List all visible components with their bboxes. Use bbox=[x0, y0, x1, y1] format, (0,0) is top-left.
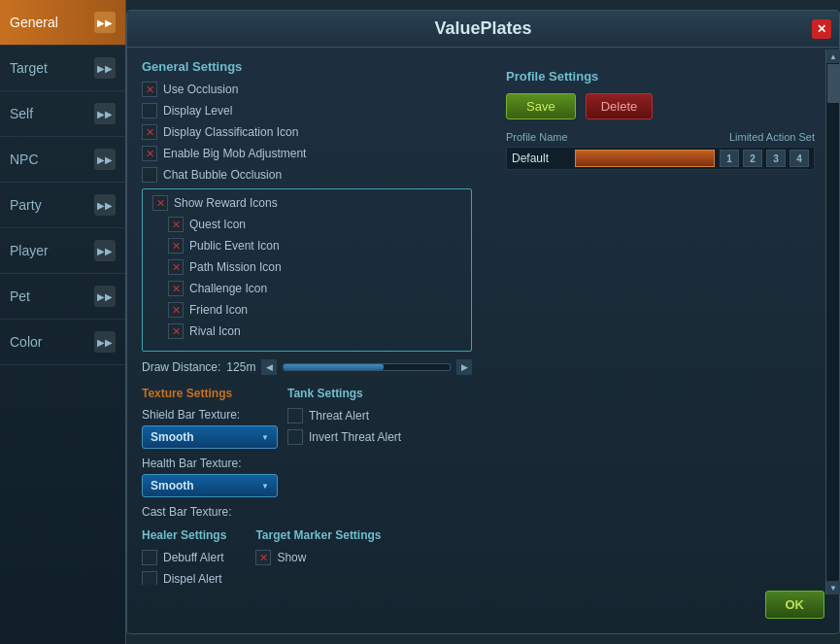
sidebar-item-color[interactable]: Color ▶▶ bbox=[0, 320, 125, 365]
threat-alert-label: Threat Alert bbox=[309, 409, 369, 423]
draw-distance-value: 125m bbox=[226, 360, 255, 374]
scrollbar-thumb[interactable] bbox=[827, 64, 839, 103]
dispel-alert-checkbox[interactable] bbox=[142, 571, 157, 585]
scroll-down-button[interactable]: ▼ bbox=[826, 581, 840, 594]
show-reward-checkbox[interactable]: ✕ bbox=[152, 195, 168, 211]
chevron-down-icon: ▼ bbox=[261, 433, 269, 442]
display-level-label: Display Level bbox=[163, 104, 232, 118]
invert-threat-checkbox[interactable] bbox=[287, 429, 303, 445]
action-btn-1[interactable]: 1 bbox=[720, 150, 739, 167]
threat-alert-row: Threat Alert bbox=[287, 408, 401, 424]
profile-actions-header: Limited Action Set bbox=[729, 131, 815, 143]
enable-big-mob-label: Enable Big Mob Adjustment bbox=[163, 147, 306, 160]
sidebar-arrow: ▶▶ bbox=[94, 331, 116, 353]
sidebar-item-label: NPC bbox=[10, 152, 39, 167]
debuff-alert-checkbox[interactable] bbox=[142, 550, 157, 565]
profile-name-header: Profile Name bbox=[506, 131, 568, 143]
reward-inner: ✕ Quest Icon ✕ Public Event Icon ✕ Path … bbox=[152, 217, 461, 339]
profile-bar bbox=[575, 150, 715, 167]
sidebar-item-party[interactable]: Party ▶▶ bbox=[0, 183, 125, 228]
draw-distance-label: Draw Distance: bbox=[142, 360, 220, 374]
arrow-icon: ▶▶ bbox=[94, 286, 116, 307]
shield-texture-dropdown[interactable]: Smooth ▼ bbox=[142, 425, 278, 449]
path-mission-row: ✕ Path Mission Icon bbox=[168, 259, 461, 275]
sidebar-item-target[interactable]: Target ▶▶ bbox=[0, 46, 125, 91]
draw-distance-left[interactable]: ◀ bbox=[261, 359, 277, 375]
tank-header: Tank Settings bbox=[287, 387, 401, 400]
show-marker-row: ✕ Show bbox=[255, 550, 381, 565]
arrow-icon: ▶▶ bbox=[94, 57, 116, 79]
profile-default-row: Default 1 2 3 4 bbox=[506, 147, 815, 170]
health-texture-dropdown[interactable]: Smooth ▼ bbox=[142, 474, 278, 497]
left-panel: General Settings ✕ Use Occlusion Display… bbox=[127, 50, 487, 585]
draw-distance-right[interactable]: ▶ bbox=[456, 359, 472, 375]
sidebar-arrow: ▶▶ bbox=[94, 12, 116, 33]
arrow-icon: ▶▶ bbox=[94, 331, 116, 353]
profile-buttons: Save Delete bbox=[506, 93, 815, 119]
friend-icon-checkbox[interactable]: ✕ bbox=[168, 302, 184, 318]
display-classification-checkbox[interactable]: ✕ bbox=[142, 124, 157, 140]
sidebar-item-label: Self bbox=[10, 106, 33, 121]
sidebar-item-player[interactable]: Player ▶▶ bbox=[0, 228, 125, 274]
arrow-icon: ▶▶ bbox=[94, 149, 116, 170]
challenge-icon-checkbox[interactable]: ✕ bbox=[168, 281, 184, 296]
debuff-alert-row: Debuff Alert bbox=[142, 550, 246, 565]
threat-alert-checkbox[interactable] bbox=[287, 408, 303, 424]
path-mission-checkbox[interactable]: ✕ bbox=[168, 259, 184, 275]
ok-button[interactable]: OK bbox=[765, 591, 825, 619]
arrow-icon: ▶▶ bbox=[94, 12, 116, 33]
health-texture-value: Smooth bbox=[151, 479, 194, 492]
use-occlusion-row: ✕ Use Occlusion bbox=[142, 82, 472, 97]
action-btn-4[interactable]: 4 bbox=[790, 150, 809, 167]
healer-settings: Healer Settings Debuff Alert Dispel Aler… bbox=[142, 528, 246, 585]
action-btn-2[interactable]: 2 bbox=[743, 150, 762, 167]
scroll-up-button[interactable]: ▲ bbox=[826, 50, 840, 63]
tank-settings: Tank Settings Threat Alert Invert Threat… bbox=[287, 387, 401, 519]
dispel-alert-row: Dispel Alert bbox=[142, 571, 246, 585]
public-event-label: Public Event Icon bbox=[189, 239, 280, 253]
friend-icon-row: ✕ Friend Icon bbox=[168, 302, 461, 318]
save-button[interactable]: Save bbox=[506, 93, 576, 119]
general-settings-header: General Settings bbox=[142, 59, 472, 74]
challenge-icon-label: Challenge Icon bbox=[189, 282, 267, 295]
debuff-alert-label: Debuff Alert bbox=[163, 551, 223, 564]
chevron-down-icon: ▼ bbox=[261, 482, 269, 491]
healer-header: Healer Settings bbox=[142, 528, 246, 542]
profile-table-header: Profile Name Limited Action Set bbox=[506, 131, 815, 143]
invert-threat-row: Invert Threat Alert bbox=[287, 429, 401, 445]
texture-settings: Texture Settings Shield Bar Texture: Smo… bbox=[142, 387, 278, 519]
public-event-checkbox[interactable]: ✕ bbox=[168, 238, 184, 254]
enable-big-mob-checkbox[interactable]: ✕ bbox=[142, 146, 157, 161]
enable-big-mob-row: ✕ Enable Big Mob Adjustment bbox=[142, 146, 472, 161]
sidebar-item-npc[interactable]: NPC ▶▶ bbox=[0, 137, 125, 183]
delete-button[interactable]: Delete bbox=[586, 93, 654, 119]
sidebar-item-general[interactable]: General ▶▶ bbox=[0, 0, 125, 46]
close-button[interactable]: ✕ bbox=[812, 19, 831, 39]
main-window: ValuePlates ✕ General Settings ✕ Use Occ… bbox=[126, 10, 840, 634]
draw-distance-row: Draw Distance: 125m ◀ ▶ bbox=[142, 359, 472, 375]
rival-icon-checkbox[interactable]: ✕ bbox=[168, 323, 184, 339]
public-event-row: ✕ Public Event Icon bbox=[168, 238, 461, 254]
target-marker-header: Target Marker Settings bbox=[255, 528, 381, 542]
profile-settings-header: Profile Settings bbox=[506, 69, 815, 84]
display-level-checkbox[interactable] bbox=[142, 103, 157, 119]
sidebar-item-label: General bbox=[10, 15, 58, 30]
chat-bubble-checkbox[interactable] bbox=[142, 167, 157, 183]
sidebar-arrow: ▶▶ bbox=[94, 103, 116, 124]
sidebar-item-self[interactable]: Self ▶▶ bbox=[0, 91, 125, 137]
display-level-row: Display Level bbox=[142, 103, 472, 119]
show-marker-checkbox[interactable]: ✕ bbox=[255, 550, 271, 565]
profile-name-cell: Default bbox=[512, 152, 570, 165]
chat-bubble-label: Chat Bubble Occlusion bbox=[163, 168, 282, 182]
texture-header: Texture Settings bbox=[142, 387, 278, 400]
show-marker-label: Show bbox=[277, 551, 306, 564]
quest-icon-checkbox[interactable]: ✕ bbox=[168, 217, 184, 232]
action-btn-3[interactable]: 3 bbox=[766, 150, 786, 167]
sidebar-item-pet[interactable]: Pet ▶▶ bbox=[0, 274, 125, 320]
draw-distance-slider[interactable] bbox=[283, 363, 451, 371]
arrow-icon: ▶▶ bbox=[94, 103, 116, 124]
window-title: ValuePlates bbox=[434, 18, 531, 38]
sidebar-item-label: Player bbox=[10, 243, 49, 258]
shield-bar-label: Shield Bar Texture: bbox=[142, 408, 278, 422]
use-occlusion-checkbox[interactable]: ✕ bbox=[142, 82, 157, 97]
